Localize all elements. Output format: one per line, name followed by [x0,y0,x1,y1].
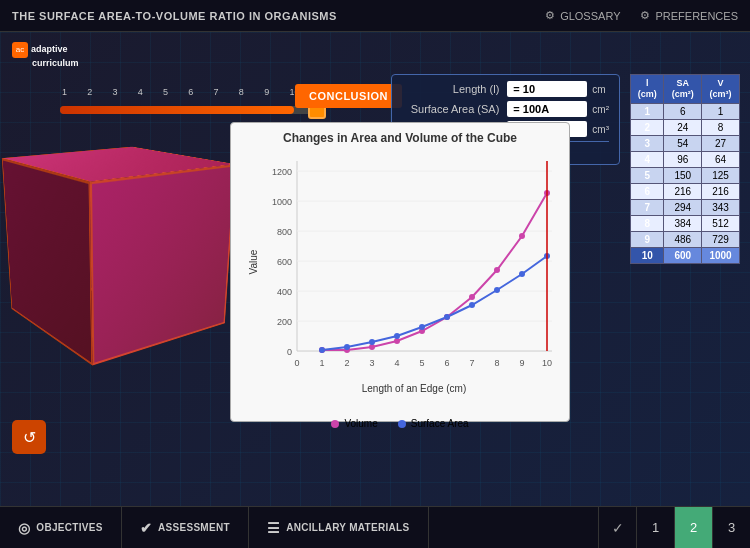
svg-text:2: 2 [344,358,349,368]
svg-text:600: 600 [277,257,292,267]
page-btn-2[interactable]: 2 [674,507,712,548]
svg-text:800: 800 [277,227,292,237]
bottom-right: ✓ 1 2 3 [598,507,750,548]
svg-text:0: 0 [287,347,292,357]
volume-legend-dot [331,420,339,428]
preferences-icon: ⚙ [640,9,650,22]
cube-3d [41,155,179,334]
glossary-button[interactable]: ⚙ GLOSSARY [545,9,620,22]
slider-fill [60,106,294,114]
assessment-label: ASSESSMENT [158,522,230,533]
legend-sa: Surface Area [398,418,469,429]
assessment-icon: ✔ [140,520,152,536]
svg-text:0: 0 [294,358,299,368]
table-row: 8384512 [631,215,740,231]
sa-legend-label: Surface Area [411,418,469,429]
reset-icon: ↺ [23,428,36,447]
svg-point-33 [494,267,500,273]
slider-container[interactable] [60,101,320,119]
col-sa: SA(cm²) [664,75,702,104]
volume-unit: cm³ [592,124,609,135]
length-label: Length (l) [402,83,507,95]
chart-title: Changes in Area and Volume of the Cube [239,131,561,145]
table-row: 106001000 [631,247,740,263]
table-row: 9486729 [631,231,740,247]
objectives-icon: ◎ [18,520,30,536]
header-actions: ⚙ GLOSSARY ⚙ PREFERENCES [545,9,738,22]
page-title: THE SURFACE AREA-TO-VOLUME RATIO IN ORGA… [12,10,337,22]
bottom-bar: ◎ OBJECTIVES ✔ ASSESSMENT ☰ ANCILLARY MA… [0,506,750,548]
logo-text-line1: adaptive [31,44,68,56]
chart-container: Changes in Area and Volume of the Cube V… [230,122,570,422]
tab-objectives[interactable]: ◎ OBJECTIVES [0,507,122,548]
logo: ac adaptive curriculum [12,42,79,70]
ancillary-icon: ☰ [267,520,280,536]
volume-legend-label: Volume [344,418,377,429]
cube-container [15,132,215,442]
svg-point-42 [469,302,475,308]
length-value: = 10 [507,81,587,97]
logo-icon: ac [12,42,28,58]
page-3-label: 3 [728,520,735,535]
glossary-icon: ⚙ [545,9,555,22]
data-table: l(cm) SA(cm²) V(cm³) 1612248354274966451… [630,74,740,264]
data-table-container: l(cm) SA(cm²) V(cm³) 1612248354274966451… [630,74,740,264]
cube-face-front [90,164,236,365]
svg-point-43 [494,287,500,293]
tab-assessment[interactable]: ✔ ASSESSMENT [122,507,249,548]
sa-row: Surface Area (SA) = 100A cm² [402,101,609,117]
svg-point-36 [319,347,325,353]
svg-text:4: 4 [394,358,399,368]
svg-point-38 [369,339,375,345]
page-btn-1[interactable]: 1 [636,507,674,548]
slider-track [60,106,320,114]
svg-text:1200: 1200 [272,167,292,177]
checkmark-area: ✓ [598,507,636,548]
svg-text:1000: 1000 [272,197,292,207]
svg-point-41 [444,314,450,320]
svg-point-32 [469,294,475,300]
col-l: l(cm) [631,75,664,104]
svg-point-44 [519,271,525,277]
page-btn-3[interactable]: 3 [712,507,750,548]
reset-button[interactable]: ↺ [12,420,46,454]
page-1-label: 1 [652,520,659,535]
svg-point-40 [419,324,425,330]
sa-unit: cm² [592,104,609,115]
logo-text-line2: curriculum [12,58,79,70]
svg-text:5: 5 [419,358,424,368]
svg-text:1: 1 [319,358,324,368]
length-unit: cm [592,84,605,95]
table-row: 5150125 [631,167,740,183]
col-v: V(cm³) [702,75,740,104]
table-row: 161 [631,103,740,119]
svg-text:10: 10 [542,358,552,368]
check-icon: ✓ [612,520,624,536]
slider-labels: 1 2 3 4 5 6 7 8 9 10 (cm) [60,87,320,97]
page-2-label: 2 [690,520,697,535]
ancillary-label: ANCILLARY MATERIALS [286,522,409,533]
svg-text:6: 6 [444,358,449,368]
chart-x-label: Length of an Edge (cm) [267,383,561,394]
chart-legend: Volume Surface Area [239,418,561,429]
main-content: ac adaptive curriculum 1 2 3 4 5 6 7 8 9… [0,32,750,506]
svg-point-37 [344,344,350,350]
svg-point-34 [519,233,525,239]
sa-value: = 100A [507,101,587,117]
conclusion-button[interactable]: CONCLUSION [295,84,402,108]
table-row: 2248 [631,119,740,135]
chart-svg: 0 200 400 600 800 1000 1200 0 1 2 3 4 5 … [267,151,557,381]
svg-text:400: 400 [277,287,292,297]
preferences-button[interactable]: ⚙ PREFERENCES [640,9,738,22]
tab-ancillary[interactable]: ☰ ANCILLARY MATERIALS [249,507,429,548]
objectives-label: OBJECTIVES [36,522,102,533]
header-bar: THE SURFACE AREA-TO-VOLUME RATIO IN ORGA… [0,0,750,32]
slider-area: 1 2 3 4 5 6 7 8 9 10 (cm) [60,87,320,119]
svg-text:3: 3 [369,358,374,368]
table-row: 49664 [631,151,740,167]
legend-volume: Volume [331,418,377,429]
table-row: 6216216 [631,183,740,199]
svg-text:7: 7 [469,358,474,368]
svg-point-39 [394,333,400,339]
table-row: 35427 [631,135,740,151]
